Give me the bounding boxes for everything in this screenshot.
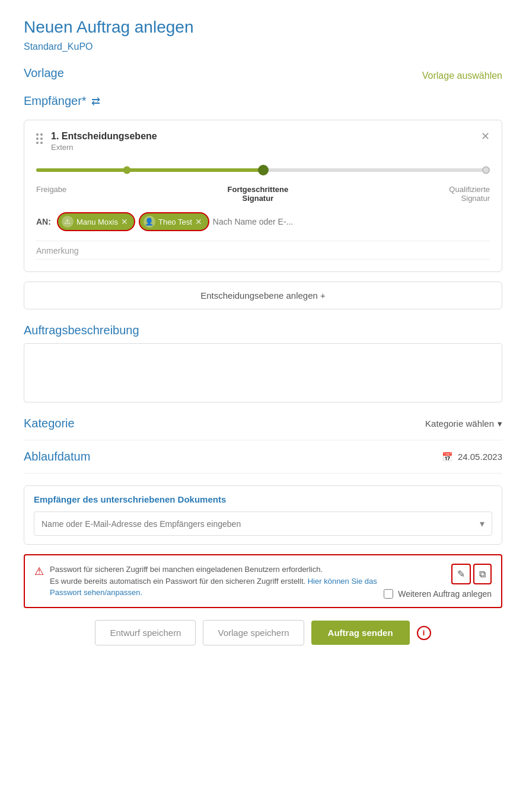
card-header: 1. Entscheidungsebene Extern ✕ [36,131,490,152]
signature-slider[interactable] [36,161,490,179]
warning-line2: Es wurde bereits automatisch ein Passwor… [50,577,377,597]
auftragsbeschreibung-input[interactable] [24,343,502,402]
close-icon[interactable]: ✕ [481,131,490,142]
ablaufdatum-value[interactable]: 📅 24.05.2023 [442,452,502,462]
warning-circle-icon: ⚠ [34,565,44,578]
entwurf-speichern-button[interactable]: Entwurf speichern [95,620,196,645]
footer-buttons: Entwurf speichern Vorlage speichern Auft… [24,620,502,645]
slider-thumb-center[interactable] [258,165,269,175]
warning-link[interactable]: Hier können Sie das Passwort sehen/anpas… [50,577,377,597]
edit-password-button[interactable]: ✎ [451,564,471,584]
auftrag-senden-button[interactable]: Auftrag senden [311,621,410,645]
ablaufdatum-label: Ablaufdatum [24,450,90,463]
calendar-icon: 📅 [442,452,453,462]
card-title: 1. Entscheidungsebene [51,131,157,142]
remove-manu-button[interactable]: ✕ [121,217,128,226]
vorlage-label: Vorlage [24,66,64,80]
unterschrieben-section: Empfänger des unterschriebenen Dokuments… [24,485,502,545]
slider-label-fortgeschrittene: Fortgeschrittene Signatur [228,185,289,203]
warning-text: Passwort für sicheren Zugriff bei manche… [50,564,378,599]
warning-tag-icon: ⚠ [62,216,74,228]
card-title-group: 1. Entscheidungsebene Extern [51,131,157,152]
add-decision-button[interactable]: Entscheidungsebene anlegen + [24,282,502,309]
empf-input-row: ▾ [34,512,492,536]
ablaufdatum-section: Ablaufdatum 📅 24.05.2023 [24,450,502,474]
vorlage-speichern-button[interactable]: Vorlage speichern [203,620,304,645]
weiteren-row: Weiteren Auftrag anlegen [384,589,492,599]
anmerkung-label: Anmerkung [36,246,490,260]
slider-label-freigabe: Freigabe [36,185,66,203]
dot [36,133,39,136]
kategorie-section: Kategorie Kategorie wählen ▾ [24,417,502,440]
slider-labels: Freigabe Fortgeschrittene Signatur Quali… [36,185,490,203]
remove-theo-button[interactable]: ✕ [195,217,202,226]
vorlage-row: Vorlage Vorlage auswählen [24,66,502,85]
decision-card: 1. Entscheidungsebene Extern ✕ Freigabe … [24,120,502,272]
person-tag-icon: 👤 [144,216,155,228]
an-label: AN: [36,217,51,226]
kategorie-select-label: Kategorie wählen [425,418,494,429]
weiteren-label: Weiteren Auftrag anlegen [398,589,492,599]
slider-track-active [36,168,263,172]
icon-buttons: ✎ ⧉ [451,564,492,584]
dot [36,138,39,140]
card-subtitle: Extern [51,143,157,152]
auftragsbeschreibung-section: Auftragsbeschreibung [24,324,502,405]
recipient-name-manu: Manu Moxis [76,218,118,226]
subtitle: Standard_KuPO [24,41,502,52]
ablaufdatum-date: 24.05.2023 [458,452,502,462]
anmerkung-area: Anmerkung [36,241,490,260]
vorlage-select-link[interactable]: Vorlage auswählen [422,71,502,81]
empfanger-label: Empfänger* [24,94,87,108]
page-title: Neuen Auftrag anlegen [24,18,502,37]
slider-thumb-right [482,167,490,174]
warning-line1: Passwort für sicheren Zugriff bei manche… [50,565,323,574]
dot [40,142,43,144]
warning-actions: ✎ ⧉ Weiteren Auftrag anlegen [384,564,492,599]
recipient-name-theo: Theo Test [158,218,192,226]
drag-handle[interactable] [36,133,43,144]
refresh-icon[interactable]: ⇄ [91,95,100,108]
empf-input[interactable] [42,519,480,529]
dot [40,138,43,140]
dropdown-arrow-icon[interactable]: ▾ [480,518,484,529]
an-row: AN: ⚠ Manu Moxis ✕ 👤 Theo Test ✕ [36,212,490,231]
dot [36,142,39,144]
warning-box: ⚠ Passwort für sicheren Zugriff bei manc… [24,554,502,608]
recipient-tag-manu: ⚠ Manu Moxis ✕ [57,212,135,231]
recipient-tag-theo: 👤 Theo Test ✕ [139,212,209,231]
copy-password-button[interactable]: ⧉ [473,564,492,584]
dot [40,133,43,136]
chevron-down-icon: ▾ [498,418,502,429]
empfanger-row: Empfänger* ⇄ [24,94,502,108]
recipient-search-input[interactable] [213,217,490,226]
info-icon[interactable]: i [417,626,431,640]
auftragsbeschreibung-label: Auftragsbeschreibung [24,324,502,337]
weiteren-checkbox[interactable] [384,589,393,599]
slider-label-qualifizierte: Qualifizierte Signatur [449,185,490,203]
slider-thumb-left[interactable] [123,167,131,174]
card-header-left: 1. Entscheidungsebene Extern [36,131,157,152]
kategorie-label: Kategorie [24,417,75,430]
unterschrieben-title: Empfänger des unterschriebenen Dokuments [34,494,492,504]
kategorie-select[interactable]: Kategorie wählen ▾ [425,418,502,429]
